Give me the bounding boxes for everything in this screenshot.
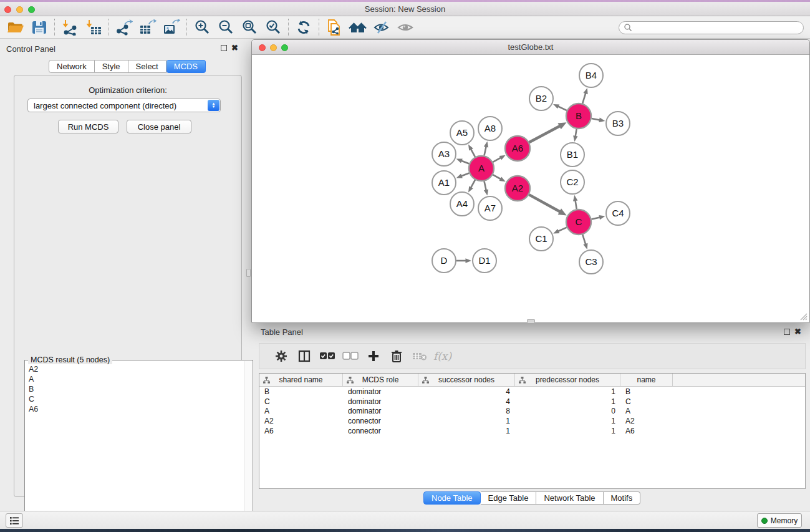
edge-A-A2[interactable] <box>493 175 501 180</box>
mcds-result-item[interactable]: A6 <box>27 404 243 414</box>
table-tab-edge-table[interactable]: Edge Table <box>481 491 537 505</box>
zoom-in-icon[interactable] <box>190 18 214 37</box>
table-row[interactable]: A6connector11A6 <box>259 426 805 436</box>
table-tab-node-table[interactable]: Node Table <box>423 491 481 505</box>
cell-MCDS-role[interactable]: connector <box>343 417 418 425</box>
run-mcds-button[interactable]: Run MCDS <box>58 120 118 133</box>
float-panel-icon[interactable] <box>221 45 227 51</box>
search-box[interactable] <box>619 21 804 34</box>
zoom-selected-icon[interactable] <box>261 18 285 37</box>
panel-menu-button[interactable] <box>6 513 23 528</box>
edge-B-B2[interactable] <box>557 106 567 110</box>
column-header-name[interactable]: name <box>620 374 673 386</box>
edge-A6-B[interactable] <box>529 125 561 142</box>
open-session-icon[interactable] <box>4 18 27 37</box>
tab-mcds[interactable]: MCDS <box>166 60 206 73</box>
edge-C-C3[interactable] <box>582 235 586 245</box>
cell-MCDS-role[interactable]: dominator <box>343 397 418 406</box>
edge-A2-C[interactable] <box>529 195 561 212</box>
new-network-from-selection-icon[interactable] <box>322 18 346 37</box>
mcds-result-item[interactable]: C <box>27 394 243 404</box>
close-panel-button[interactable]: Close panel <box>127 120 191 133</box>
cell-name[interactable]: A2 <box>620 417 673 425</box>
window-resize-grip[interactable] <box>799 312 808 321</box>
delete-columns-icon[interactable] <box>385 346 408 366</box>
network-graph[interactable]: B4B2BB3A8A5A6A3B1AC2A1A2A4A7C4CC1C3DD1 <box>253 56 810 323</box>
show-columns-icon[interactable] <box>292 346 316 366</box>
column-header-successor-nodes[interactable]: successor nodes <box>418 374 515 386</box>
close-panel-icon[interactable]: ✖ <box>231 45 238 51</box>
export-image-icon[interactable] <box>160 18 183 37</box>
cell-successor-nodes[interactable]: 4 <box>418 397 515 406</box>
cell-MCDS-role[interactable]: dominator <box>343 387 418 396</box>
import-network-icon[interactable] <box>58 18 82 37</box>
float-panel-icon[interactable] <box>784 329 790 335</box>
edge-A-A6[interactable] <box>493 157 501 162</box>
edge-A-A5[interactable] <box>471 148 475 157</box>
cell-predecessor-nodes[interactable]: 0 <box>515 407 620 415</box>
import-table-icon[interactable] <box>82 18 105 37</box>
table-tab-motifs[interactable]: Motifs <box>604 491 641 505</box>
cell-successor-nodes[interactable]: 1 <box>418 427 515 435</box>
cell-shared-name[interactable]: A2 <box>259 417 343 425</box>
edge-A-A4[interactable] <box>471 180 475 188</box>
edge-C-C1[interactable] <box>557 228 567 232</box>
split-divider-handle-horizontal[interactable] <box>527 319 535 324</box>
close-panel-icon[interactable]: ✖ <box>794 329 801 335</box>
show-all-icon[interactable] <box>393 18 417 37</box>
add-column-icon[interactable] <box>362 346 385 366</box>
edge-C-C4[interactable] <box>591 217 600 219</box>
edge-A-A3[interactable] <box>461 160 470 163</box>
zoom-out-icon[interactable] <box>214 18 238 37</box>
table-row[interactable]: Adominator80A <box>259 407 805 417</box>
delete-table-icon[interactable] <box>408 346 431 366</box>
refresh-icon[interactable] <box>292 18 316 37</box>
edge-A-A1[interactable] <box>461 173 470 177</box>
cell-name[interactable]: B <box>620 387 673 396</box>
column-header-MCDS-role[interactable]: MCDS role <box>343 374 418 386</box>
tab-network[interactable]: Network <box>49 60 95 73</box>
split-divider-handle-vertical[interactable] <box>246 269 251 277</box>
tab-select[interactable]: Select <box>128 60 166 73</box>
column-header-predecessor-nodes[interactable]: predecessor nodes <box>515 374 620 386</box>
table-row[interactable]: Cdominator41C <box>259 397 805 407</box>
cell-predecessor-nodes[interactable]: 1 <box>515 397 620 406</box>
cell-MCDS-role[interactable]: connector <box>343 427 418 435</box>
memory-button[interactable]: Memory <box>757 513 802 528</box>
tab-style[interactable]: Style <box>95 60 128 73</box>
hide-selected-icon[interactable] <box>370 18 393 37</box>
search-input[interactable] <box>632 22 803 33</box>
optimization-criterion-dropdown[interactable]: largest connected component (directed) ▲… <box>27 99 221 112</box>
cell-predecessor-nodes[interactable]: 1 <box>515 427 620 435</box>
save-session-icon[interactable] <box>27 18 51 37</box>
mcds-result-item[interactable]: A <box>27 374 243 384</box>
select-all-checks-icon[interactable] <box>316 346 339 366</box>
cell-name[interactable]: C <box>620 397 673 406</box>
export-table-icon[interactable] <box>136 18 160 37</box>
deselect-all-checks-icon[interactable] <box>339 346 362 366</box>
cell-successor-nodes[interactable]: 1 <box>418 417 515 425</box>
column-header-shared-name[interactable]: shared name <box>259 374 343 386</box>
first-neighbors-icon[interactable] <box>346 18 370 37</box>
mcds-result-item[interactable]: B <box>27 384 243 394</box>
network-canvas[interactable]: B4B2BB3A8A5A6A3B1AC2A1A2A4A7C4CC1C3DD1 <box>253 56 809 322</box>
cell-shared-name[interactable]: A <box>259 407 343 415</box>
zoom-fit-icon[interactable] <box>238 18 261 37</box>
cell-name[interactable]: A <box>620 407 673 415</box>
edge-C-C2[interactable] <box>575 200 576 209</box>
cell-successor-nodes[interactable]: 8 <box>418 407 515 415</box>
edge-A-A8[interactable] <box>484 146 486 156</box>
cell-predecessor-nodes[interactable]: 1 <box>515 387 620 396</box>
edge-A-A7[interactable] <box>484 181 486 191</box>
cell-successor-nodes[interactable]: 4 <box>418 387 515 396</box>
network-window-titlebar[interactable]: testGlobe.txt <box>252 40 809 55</box>
mcds-result-item[interactable]: A2 <box>27 364 243 374</box>
cell-shared-name[interactable]: C <box>259 397 343 406</box>
table-row[interactable]: Bdominator41B <box>259 387 805 397</box>
cell-shared-name[interactable]: B <box>259 387 343 396</box>
table-tab-network-table[interactable]: Network Table <box>536 491 603 505</box>
cell-MCDS-role[interactable]: dominator <box>343 407 418 415</box>
cell-shared-name[interactable]: A6 <box>259 427 343 435</box>
export-network-icon[interactable] <box>112 18 136 37</box>
cell-predecessor-nodes[interactable]: 1 <box>515 417 620 425</box>
